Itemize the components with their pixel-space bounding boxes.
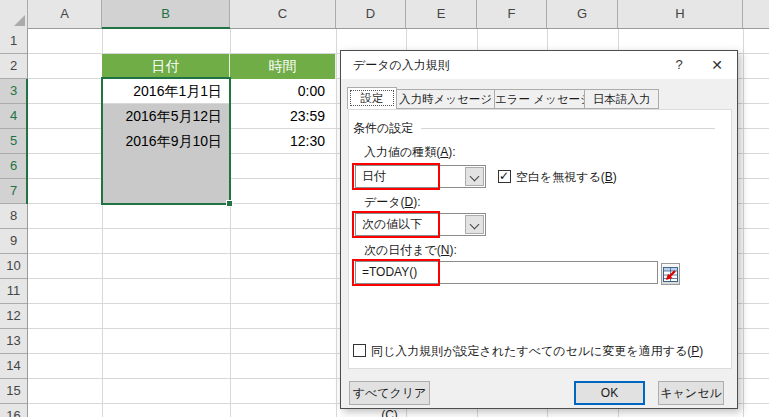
cell-C5[interactable]: 12:30 — [230, 129, 331, 154]
row-header-13[interactable]: 13 — [0, 329, 27, 354]
chevron-down-icon[interactable] — [465, 167, 484, 186]
selection-border — [101, 77, 231, 205]
row-header-4[interactable]: 4 — [0, 104, 27, 129]
row-header-16[interactable]: 16 — [0, 404, 27, 417]
row-header-14[interactable]: 14 — [0, 354, 27, 379]
help-icon[interactable]: ? — [663, 51, 695, 79]
column-header-E[interactable]: E — [406, 0, 477, 28]
annotation-red-box-formula — [352, 259, 440, 286]
chevron-down-icon[interactable] — [465, 215, 484, 234]
column-header-G[interactable]: G — [547, 0, 618, 28]
row-header-10[interactable]: 10 — [0, 254, 27, 279]
data-validation-dialog: データの入力規則 ? ✕ 設定 入力時メッセージ エラー メッセージ 日本語入力… — [340, 50, 738, 409]
column-header-C[interactable]: C — [230, 0, 336, 28]
ignore-blank-checkbox[interactable]: ✓ — [498, 170, 511, 183]
row-header-8[interactable]: 8 — [0, 204, 27, 229]
cancel-button[interactable]: キャンセル — [658, 381, 724, 405]
fill-handle[interactable] — [226, 200, 233, 207]
row-header-9[interactable]: 9 — [0, 229, 27, 254]
tab-strip: 設定 入力時メッセージ エラー メッセージ 日本語入力 — [347, 87, 659, 109]
type-label: 入力値の種類(A): — [364, 145, 456, 159]
column-header-B[interactable]: B — [102, 0, 230, 28]
annotation-red-box-type — [352, 163, 440, 190]
select-all-button[interactable] — [0, 0, 28, 29]
collapse-dialog-button[interactable] — [661, 263, 680, 285]
tab-japanese-input[interactable]: 日本語入力 — [585, 89, 659, 109]
column-header-H[interactable]: H — [618, 0, 743, 28]
range-selector-icon — [663, 267, 678, 282]
row-header-5[interactable]: 5 — [0, 129, 27, 154]
excel-window: A B C D E F G H 1 2 3 4 5 6 7 8 9 10 11 … — [0, 0, 769, 417]
clear-all-button[interactable]: すべてクリア(C) — [349, 381, 430, 405]
column-header-F[interactable]: F — [477, 0, 547, 28]
selected-rows-indicator — [26, 79, 28, 204]
selected-column-indicator — [102, 27, 230, 29]
gridline — [336, 29, 337, 417]
gridline — [743, 29, 744, 417]
close-icon[interactable]: ✕ — [701, 51, 733, 79]
until-date-label: 次の日付まで(N): — [364, 243, 457, 257]
apply-all-label[interactable]: 同じ入力規則が設定されたすべてのセルに変更を適用する(P) — [371, 344, 703, 358]
annotation-red-box-data — [352, 211, 440, 238]
cell-C3[interactable]: 0:00 — [230, 79, 331, 104]
condition-group-label: 条件の設定 — [353, 120, 413, 137]
ok-button[interactable]: OK — [574, 381, 645, 405]
cell-C2[interactable]: 時間 — [230, 54, 336, 79]
row-header-2[interactable]: 2 — [0, 54, 27, 79]
cell-B2[interactable]: 日付 — [102, 54, 230, 79]
row-header-11[interactable]: 11 — [0, 279, 27, 304]
tab-settings[interactable]: 設定 — [347, 87, 397, 109]
group-divider — [421, 128, 715, 129]
tab-input-message[interactable]: 入力時メッセージ — [397, 89, 495, 109]
row-header-6[interactable]: 6 — [0, 154, 27, 179]
row-header-7[interactable]: 7 — [0, 179, 27, 204]
row-header-12[interactable]: 12 — [0, 304, 27, 329]
apply-all-checkbox[interactable] — [353, 344, 366, 357]
data-label: データ(D): — [364, 195, 421, 209]
tab-error-message[interactable]: エラー メッセージ — [495, 89, 585, 109]
column-header-D[interactable]: D — [336, 0, 406, 28]
column-header-partial[interactable] — [743, 0, 769, 28]
column-header-A[interactable]: A — [28, 0, 102, 28]
dialog-title: データの入力規則 — [353, 51, 450, 79]
dialog-title-bar[interactable]: データの入力規則 ? ✕ — [341, 51, 737, 79]
cell-C4[interactable]: 23:59 — [230, 104, 331, 129]
row-header-1[interactable]: 1 — [0, 29, 27, 54]
ignore-blank-label[interactable]: 空白を無視する(B) — [516, 170, 617, 184]
condition-group: 条件の設定 — [353, 121, 729, 135]
select-all-triangle-icon — [14, 15, 25, 26]
row-header-15[interactable]: 15 — [0, 379, 27, 404]
row-header-3[interactable]: 3 — [0, 79, 27, 104]
check-icon: ✓ — [499, 169, 509, 183]
